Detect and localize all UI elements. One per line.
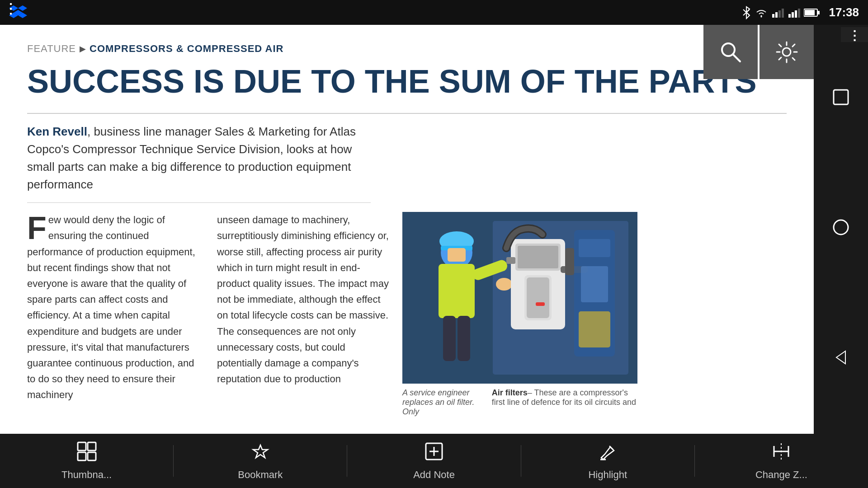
svg-rect-46 (78, 442, 86, 450)
more-dots[interactable]: ⋮ (841, 27, 868, 42)
article-title: SUCCESS IS DUE TO THE SUM OF THE PARTS (27, 64, 787, 99)
highlight-button[interactable]: Highlight (521, 441, 694, 481)
breadcrumb-feature: FEATURE (27, 43, 76, 55)
article-image-section: A service engineer replaces an oil filte… (402, 212, 637, 417)
article: FEATURE ▶ COMPRESSORS & COMPRESSED AIR S… (0, 29, 814, 430)
breadcrumb: FEATURE ▶ COMPRESSORS & COMPRESSED AIR (27, 43, 787, 55)
svg-rect-14 (805, 10, 815, 15)
search-button[interactable] (703, 25, 758, 79)
author-name: Ken Revell (27, 125, 87, 138)
svg-rect-34 (527, 277, 549, 318)
article-column-1: Few would deny the logic of ensuring the… (27, 212, 199, 403)
svg-rect-49 (88, 452, 96, 460)
image-caption: A service engineer replaces an oil filte… (402, 388, 637, 417)
article-body: Few would deny the logic of ensuring the… (27, 212, 787, 417)
divider-top (27, 113, 787, 114)
svg-point-18 (783, 48, 791, 56)
svg-rect-35 (536, 302, 545, 306)
svg-rect-15 (818, 11, 820, 14)
svg-rect-8 (782, 9, 784, 18)
caption-bold-label: Air filters (492, 388, 528, 397)
bookmark-icon (250, 441, 270, 465)
add-note-icon (424, 441, 444, 465)
caption-italic: A service engineer replaces an oil filte… (402, 388, 485, 417)
svg-marker-45 (836, 351, 845, 364)
home-nav-icon[interactable] (832, 218, 850, 240)
add-note-label: Add Note (413, 469, 455, 481)
svg-rect-28 (443, 316, 456, 361)
svg-rect-47 (88, 442, 96, 450)
column2-text: unseen damage to machinery, surreptitiou… (217, 214, 389, 385)
svg-rect-6 (775, 12, 778, 18)
status-bar: 17:38 (0, 0, 868, 25)
more-options-button[interactable]: ··· (4, 2, 18, 17)
svg-point-44 (834, 220, 848, 235)
svg-rect-9 (788, 14, 791, 18)
bookmark-button[interactable]: Bookmark (174, 441, 347, 481)
status-time: 17:38 (829, 5, 859, 19)
thumbnail-button[interactable]: Thumbna... (0, 441, 173, 481)
article-text-columns: Few would deny the logic of ensuring the… (27, 212, 389, 403)
svg-rect-32 (518, 246, 558, 268)
main-content: FEATURE ▶ COMPRESSORS & COMPRESSED AIR S… (0, 25, 814, 434)
bookmark-label: Bookmark (238, 469, 283, 481)
top-toolbar (703, 25, 814, 79)
svg-rect-43 (834, 90, 848, 104)
svg-rect-40 (579, 239, 610, 257)
svg-rect-29 (458, 316, 470, 361)
right-nav (814, 25, 868, 434)
change-zoom-button[interactable]: Change Z... (695, 441, 868, 481)
svg-rect-7 (778, 10, 781, 18)
svg-rect-36 (506, 257, 515, 264)
svg-rect-38 (565, 248, 574, 275)
breadcrumb-arrow: ▶ (80, 44, 86, 54)
bottom-toolbar: Thumbna... Bookmark Add Note (0, 434, 868, 488)
breadcrumb-section: COMPRESSORS & COMPRESSED AIR (90, 43, 283, 55)
svg-line-17 (733, 54, 740, 61)
highlight-icon (598, 441, 618, 465)
svg-rect-25 (439, 264, 475, 318)
svg-marker-1 (18, 5, 27, 11)
change-zoom-icon (771, 441, 791, 465)
back-nav-icon[interactable] (832, 348, 850, 371)
article-image (402, 212, 637, 384)
article-column-2: unseen damage to machinery, surreptitiou… (217, 212, 389, 403)
status-icons: 17:38 (741, 5, 859, 19)
highlight-label: Highlight (588, 469, 627, 481)
square-nav-icon[interactable] (832, 88, 850, 110)
settings-button[interactable] (760, 25, 814, 79)
svg-point-27 (496, 278, 512, 291)
svg-rect-5 (772, 14, 774, 18)
svg-rect-12 (798, 9, 800, 18)
svg-rect-11 (795, 10, 797, 18)
column1-text: ew would deny the logic of ensuring the … (27, 214, 195, 400)
svg-rect-10 (792, 12, 794, 18)
add-note-button[interactable]: Add Note (347, 441, 520, 481)
svg-rect-24 (448, 248, 466, 262)
svg-marker-50 (253, 445, 268, 458)
drop-cap: F (27, 216, 47, 241)
divider-bottom (27, 202, 371, 203)
svg-rect-48 (78, 452, 86, 460)
change-zoom-label: Change Z... (755, 469, 807, 481)
article-intro: Ken Revell, business line manager Sales … (27, 123, 371, 193)
svg-rect-41 (581, 266, 608, 302)
thumbnail-label: Thumbna... (61, 469, 112, 481)
svg-rect-42 (579, 311, 610, 347)
thumbnail-icon (77, 441, 97, 465)
